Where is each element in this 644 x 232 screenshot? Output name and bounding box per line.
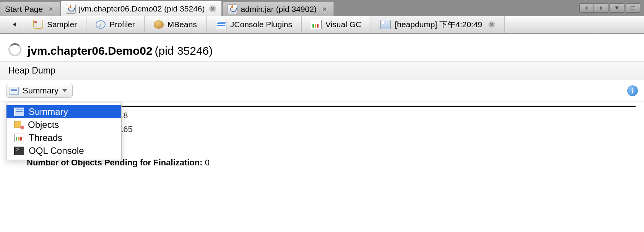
chevron-down-icon (62, 89, 67, 92)
tab-label: MBeans (168, 20, 197, 29)
page-pid: (pid 35246) (155, 44, 213, 57)
page-title: jvm.chapter06.Demo02 (28, 44, 153, 57)
section-label: Heap Dump (0, 61, 644, 80)
popup-item-label: Objects (28, 119, 59, 130)
close-icon[interactable] (321, 6, 328, 13)
file-tab-label: admin.jar (pid 34902) (241, 5, 316, 14)
tab-label: Sampler (47, 20, 77, 29)
file-tab-start-page[interactable]: Start Page (0, 2, 60, 16)
tab-heapdump[interactable]: [heapdump] 下午4:20:49 (371, 16, 505, 33)
view-selector-button[interactable]: Summary (6, 84, 73, 98)
stat-row: 18 (119, 111, 636, 121)
popup-item-label: OQL Console (29, 145, 84, 156)
dropdown-button[interactable] (610, 3, 624, 13)
visual-gc-icon (311, 20, 322, 29)
jconsole-icon (216, 20, 226, 29)
tab-sampler[interactable]: Sampler (24, 16, 86, 33)
tab-jconsole-plugins[interactable]: JConsole Plugins (207, 16, 302, 33)
tab-label: JConsole Plugins (230, 20, 292, 29)
summary-icon (10, 87, 19, 95)
view-bar: Summary i (0, 80, 644, 102)
close-icon[interactable] (488, 21, 495, 28)
stat-value: 0 (203, 158, 210, 167)
nav-next-button[interactable] (594, 3, 608, 13)
objects-icon (14, 121, 23, 129)
mbeans-icon (154, 20, 164, 29)
window-controls (579, 0, 644, 16)
sampler-icon (33, 20, 43, 29)
tab-profiler[interactable]: Profiler (86, 16, 145, 33)
file-tab-strip: Start Page jvm.chapter06.Demo02 (pid 352… (0, 0, 644, 16)
tab-visual-gc[interactable]: Visual GC (302, 16, 371, 33)
threads-icon (14, 134, 24, 142)
popup-item-threads[interactable]: Threads (7, 131, 121, 144)
back-button[interactable] (5, 16, 24, 33)
tab-label: [heapdump] 下午4:20:49 (395, 19, 482, 30)
page-header: jvm.chapter06.Demo02 (pid 35246) (0, 34, 644, 61)
tab-mbeans[interactable]: MBeans (145, 16, 207, 33)
profiler-icon (96, 20, 106, 29)
popup-item-oql-console[interactable]: OQL Console (7, 144, 121, 157)
nav-prev-button[interactable] (579, 3, 594, 13)
loading-spinner-icon (8, 43, 21, 56)
tab-label: Profiler (109, 20, 135, 29)
heapdump-icon (380, 20, 391, 29)
tool-tab-strip: Sampler Profiler MBeans JConsole Plugins… (0, 16, 644, 34)
info-icon: i (631, 86, 634, 96)
file-tab-label: Start Page (5, 5, 43, 14)
info-button[interactable]: i (627, 85, 638, 96)
popup-item-summary[interactable]: Summary (7, 105, 121, 118)
java-icon (66, 4, 76, 14)
popup-item-label: Threads (29, 132, 62, 143)
maximize-button[interactable] (626, 3, 640, 13)
view-selector-popup: Summary Objects Threads OQL Console (6, 103, 122, 160)
summary-icon (14, 108, 24, 116)
java-icon (228, 4, 237, 14)
popup-item-objects[interactable]: Objects (7, 118, 121, 131)
stat-row: 165 (119, 124, 636, 134)
console-icon (14, 147, 24, 155)
svg-rect-0 (631, 6, 635, 10)
file-tab-label: jvm.chapter06.Demo02 (pid 35246) (79, 4, 205, 13)
close-icon[interactable] (209, 5, 216, 12)
file-tab-demo02[interactable]: jvm.chapter06.Demo02 (pid 35246) (61, 1, 222, 16)
popup-item-label: Summary (29, 106, 68, 117)
file-tab-admin-jar[interactable]: admin.jar (pid 34902) (223, 2, 333, 16)
view-selector-label: Summary (23, 86, 59, 96)
close-icon[interactable] (47, 6, 54, 13)
tab-label: Visual GC (325, 20, 361, 29)
